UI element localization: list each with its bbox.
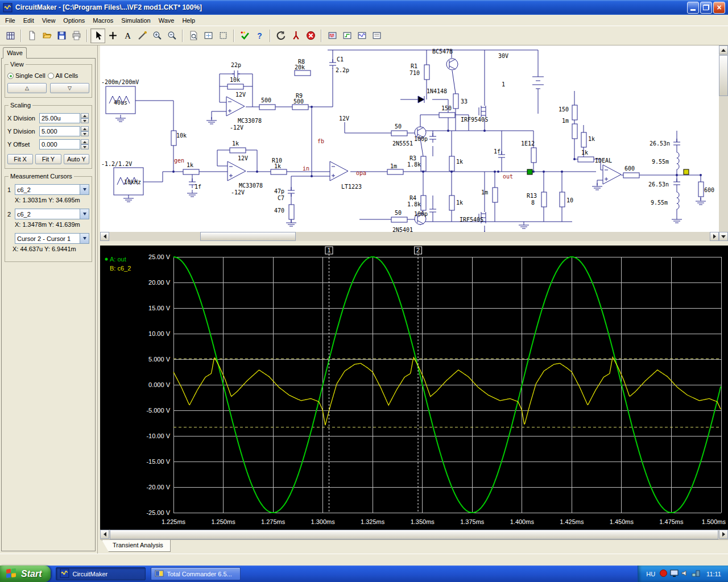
save-file-button[interactable] <box>54 28 69 43</box>
menu-simulation[interactable]: Simulation <box>117 15 154 26</box>
res-h-symbol[interactable] <box>391 217 407 222</box>
opamp-symbol[interactable] <box>603 165 621 184</box>
waveform-horizontal-scrollbar[interactable] <box>100 530 728 539</box>
schematic-canvas[interactable]: -200m/200mV40us22p10k12VMC33078-12V500R9… <box>100 45 719 232</box>
close-button[interactable]: × <box>713 2 725 14</box>
radio-single-cell-control[interactable] <box>7 73 14 79</box>
menu-help[interactable]: Help <box>178 15 199 26</box>
res-h-symbol[interactable] <box>387 169 403 174</box>
opamp-symbol[interactable] <box>330 161 348 181</box>
cap-v-symbol[interactable] <box>673 139 680 148</box>
opamp-symbol[interactable] <box>228 161 246 181</box>
menu-options[interactable]: Options <box>59 15 89 26</box>
digital-options-button[interactable] <box>369 28 384 43</box>
help-button[interactable]: ? <box>252 28 267 43</box>
res-v-symbol[interactable] <box>424 65 429 80</box>
waveform-viewer[interactable]: 25.00 V20.00 V15.00 V10.00 V5.000 V0.000… <box>100 246 728 530</box>
tray-agent-icon[interactable] <box>659 569 668 579</box>
res-v-symbol[interactable] <box>572 105 577 120</box>
minimize-button[interactable] <box>687 2 699 14</box>
taskbar-item-circuitmaker[interactable]: CircuitMaker <box>56 567 146 580</box>
tray-volume-icon[interactable] <box>681 569 689 579</box>
res-v-symbol[interactable] <box>493 188 498 202</box>
res-v-symbol[interactable] <box>541 192 547 207</box>
scroll-thumb[interactable] <box>110 530 718 539</box>
res-v-symbol[interactable] <box>449 196 454 210</box>
res-v-symbol[interactable] <box>572 124 577 139</box>
probe-marker[interactable] <box>684 169 689 174</box>
place-part-button[interactable] <box>105 28 120 43</box>
diode-h-symbol[interactable] <box>418 96 424 103</box>
res-h-symbol[interactable] <box>295 70 311 76</box>
radio-single-cell[interactable]: Single Cell <box>7 72 46 79</box>
res-h-symbol[interactable] <box>292 105 308 110</box>
res-h-symbol[interactable] <box>259 105 275 110</box>
digital-display-button[interactable] <box>325 28 340 43</box>
y-division-down-button[interactable] <box>81 131 89 136</box>
res-h-symbol[interactable] <box>228 84 243 89</box>
schematic-vertical-scrollbar[interactable] <box>719 45 728 241</box>
res-v-symbol[interactable] <box>171 131 176 146</box>
scroll-left-button[interactable] <box>100 232 109 241</box>
mosfet-symbol[interactable] <box>479 106 486 117</box>
x-division-down-button[interactable] <box>81 118 89 123</box>
waveform-view-button[interactable] <box>354 28 369 43</box>
wave-next-button[interactable]: ▽ <box>50 83 89 93</box>
zoom-out-button[interactable] <box>164 28 179 43</box>
res-v-symbol[interactable] <box>453 94 458 109</box>
res-h-symbol[interactable] <box>578 157 594 162</box>
res-v-symbol[interactable] <box>421 196 426 210</box>
new-file-button[interactable] <box>24 28 39 43</box>
wire-tool-button[interactable] <box>135 28 150 43</box>
menu-macros[interactable]: Macros <box>89 15 117 26</box>
cursor-2-signal-combo[interactable]: c6_2 <box>15 209 89 219</box>
opamp-symbol[interactable] <box>226 97 245 116</box>
res-v-symbol[interactable] <box>698 182 704 197</box>
auto-y-button[interactable]: Auto Y <box>64 154 89 164</box>
radio-all-cells-control[interactable] <box>48 73 54 79</box>
res-h-symbol[interactable] <box>271 169 287 174</box>
res-v-symbol[interactable] <box>560 192 565 207</box>
scroll-up-button[interactable] <box>719 45 728 55</box>
wave-previous-button[interactable]: △ <box>7 83 47 93</box>
res-h-symbol[interactable] <box>230 148 246 153</box>
parts-browser-button[interactable] <box>3 28 18 43</box>
scroll-thumb[interactable] <box>719 55 728 96</box>
res-v-symbol[interactable] <box>581 132 586 147</box>
cursor-delta-combo[interactable]: Cursor 2 - Cursor 1 <box>15 233 89 244</box>
select-arrow-button[interactable] <box>90 28 105 43</box>
coil-v-symbol[interactable] <box>677 152 679 169</box>
res-v-symbol[interactable] <box>531 148 536 163</box>
taskbar-item-total-commander[interactable]: Total Commander 6.5... <box>151 567 241 580</box>
logic-switch-button[interactable] <box>340 28 354 43</box>
probe-tool-button[interactable] <box>288 28 303 43</box>
print-button[interactable] <box>69 28 84 43</box>
scroll-left-button[interactable] <box>100 530 109 539</box>
open-file-button[interactable] <box>39 28 54 43</box>
tray-network-icon[interactable] <box>692 569 700 579</box>
fit-window-button[interactable] <box>201 28 216 43</box>
x-division-up-button[interactable] <box>81 113 89 118</box>
scroll-right-button[interactable] <box>719 530 728 539</box>
y-offset-down-button[interactable] <box>81 144 89 149</box>
menu-edit[interactable]: Edit <box>19 15 38 26</box>
text-tool-button[interactable]: A <box>120 28 135 43</box>
reset-button[interactable] <box>274 28 288 43</box>
y-offset-input[interactable] <box>39 139 80 149</box>
fit-x-button[interactable]: Fit X <box>7 154 33 164</box>
menu-wave[interactable]: Wave <box>155 15 179 26</box>
coil-v-symbol[interactable] <box>677 192 679 209</box>
restore-button[interactable] <box>700 2 712 14</box>
tab-transient-analysis[interactable]: Transient Analysis <box>102 540 171 552</box>
zoom-area-button[interactable] <box>216 28 230 43</box>
probe-marker[interactable] <box>527 169 532 174</box>
scroll-right-button[interactable] <box>710 232 719 241</box>
tray-display-icon[interactable] <box>670 569 679 579</box>
fit-y-button[interactable]: Fit Y <box>35 154 61 164</box>
stop-simulation-button[interactable] <box>303 28 318 43</box>
cursor-1-combo-arrow-icon[interactable] <box>80 185 89 194</box>
res-h-symbol[interactable] <box>439 113 455 118</box>
schematic-horizontal-scrollbar[interactable] <box>100 232 719 241</box>
npn-symbol[interactable] <box>446 59 458 70</box>
res-v-symbol[interactable] <box>449 156 454 171</box>
